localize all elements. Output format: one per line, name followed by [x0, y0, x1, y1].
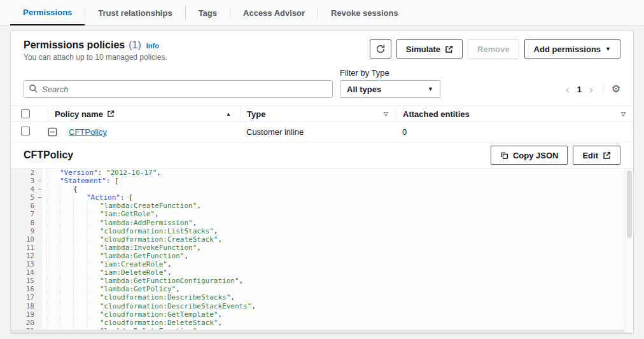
external-link-icon: [107, 110, 115, 118]
indent-guide: [46, 268, 60, 277]
indent-guide: [60, 235, 73, 244]
horizontal-scrollbar[interactable]: [11, 329, 625, 333]
tab-trust-relationships[interactable]: Trust relationships: [85, 0, 185, 25]
vertical-scrollbar[interactable]: [625, 169, 633, 329]
info-link[interactable]: Info: [146, 42, 159, 50]
column-header-attached-entities[interactable]: Attached entities ▽: [396, 106, 633, 121]
attached-entities-cell: 0: [396, 127, 633, 137]
scrollbar-thumb[interactable]: [627, 170, 632, 238]
select-all-checkbox[interactable]: [21, 109, 30, 118]
sort-ascending-icon[interactable]: ▲: [226, 111, 231, 117]
column-filter-icon[interactable]: ▽: [621, 111, 626, 117]
code-token: ,: [251, 302, 256, 310]
indent-guide: [60, 319, 73, 327]
code-token: ,: [197, 244, 201, 252]
line-number: 20: [11, 319, 43, 327]
collapse-row-icon[interactable]: [48, 127, 57, 137]
copy-json-label: Copy JSON: [513, 151, 559, 160]
panel-actions: Simulate Remove Add permissions ▼: [370, 39, 620, 62]
indent-guide: [73, 310, 87, 319]
external-link-icon: [603, 151, 611, 160]
tab-tags[interactable]: Tags: [186, 0, 230, 25]
policy-json-editor[interactable]: 2"Version": "2012-10-17",3−"Statement": …: [11, 168, 633, 333]
line-number: 11: [11, 244, 43, 252]
line-number: 2: [11, 169, 43, 177]
code-token: "Action": [87, 193, 120, 202]
line-number: 15: [11, 277, 43, 285]
fold-toggle-icon[interactable]: −: [38, 185, 41, 193]
next-page-button[interactable]: ›: [587, 84, 596, 95]
code-token: "cloudformation:DescribeStackEvents": [100, 302, 251, 310]
type-select[interactable]: All types ▼: [340, 80, 440, 98]
remove-button[interactable]: Remove: [468, 39, 519, 59]
add-permissions-button[interactable]: Add permissions ▼: [524, 39, 620, 59]
code-line: 5−"Action": [: [11, 193, 625, 202]
row-checkbox[interactable]: [21, 127, 30, 135]
code-line: 20"cloudformation:DeleteStack",: [11, 319, 625, 327]
panel-subtitle: You can attach up to 10 managed policies…: [24, 53, 167, 62]
code-text: "iam:GetRole",: [43, 210, 159, 218]
indent-guide: [46, 302, 60, 310]
line-number: 16: [11, 285, 43, 293]
type-select-value: All types: [347, 85, 381, 94]
tab-revoke-sessions[interactable]: Revoke sessions: [318, 0, 411, 25]
current-page[interactable]: 1: [575, 85, 584, 94]
indent-guide: [60, 210, 73, 218]
indent-guide: [46, 169, 60, 177]
indent-guide: [46, 285, 60, 293]
code-token: ,: [193, 219, 197, 227]
code-token: "Statement": [60, 177, 106, 185]
indent-guide: [73, 219, 87, 227]
indent-guide: [60, 302, 73, 310]
search-input[interactable]: [24, 80, 333, 98]
code-token: "lambda:GetFunction": [100, 252, 184, 260]
code-text: "lambda:GetFunction",: [43, 252, 188, 260]
tab-permissions[interactable]: Permissions: [10, 0, 85, 25]
select-all-header: [11, 106, 48, 121]
code-line: 3−"Statement": [: [11, 177, 625, 185]
indent-guide: [87, 252, 100, 260]
code-token: "iam:DeleteRole": [100, 268, 167, 277]
panel-title: Permissions policies: [24, 39, 125, 51]
indent-guide: [60, 193, 73, 202]
code-token: "iam:GetRole": [100, 210, 155, 218]
indent-guide: [60, 268, 73, 277]
indent-guide: [73, 260, 87, 268]
previous-page-button[interactable]: ‹: [563, 84, 572, 95]
column-header-policy-name[interactable]: Policy name ▲: [48, 106, 240, 121]
indent-guide: [46, 227, 60, 235]
external-link-icon: [445, 45, 453, 53]
policy-detail-header: CFTPolicy Copy JSON Edit: [11, 142, 633, 168]
row-select-cell: [11, 127, 48, 137]
code-line: 10"cloudformation:CreateStack",: [11, 235, 625, 244]
column-filter-icon[interactable]: ▽: [384, 111, 388, 117]
indent-guide: [60, 277, 73, 285]
tab-label: Revoke sessions: [331, 8, 398, 18]
column-label: Attached entities: [403, 109, 470, 119]
code-line: 9"cloudformation:ListStacks",: [11, 227, 625, 235]
column-header-type[interactable]: Type ▽: [240, 106, 396, 121]
tab-access-advisor[interactable]: Access Advisor: [230, 0, 318, 25]
fold-toggle-icon[interactable]: −: [38, 193, 41, 202]
copy-json-button[interactable]: Copy JSON: [491, 146, 568, 165]
indent-guide: [46, 277, 60, 285]
indent-guide: [46, 252, 60, 260]
code-token: :: [98, 169, 106, 177]
policy-detail-title: CFTPolicy: [24, 149, 73, 161]
policy-name-link[interactable]: CFTPolicy: [69, 127, 107, 137]
fold-toggle-icon[interactable]: −: [38, 177, 41, 185]
indent-guide: [60, 219, 73, 227]
edit-button[interactable]: Edit: [573, 146, 620, 165]
indent-guide: [73, 193, 87, 202]
refresh-button[interactable]: [370, 39, 391, 59]
code-text: "iam:DeleteRole",: [43, 268, 172, 277]
code-token: ,: [239, 277, 244, 285]
indent-guide: [60, 252, 73, 260]
tab-label: Tags: [199, 8, 217, 18]
simulate-button[interactable]: Simulate: [396, 39, 463, 59]
settings-gear-icon[interactable]: ⚙: [612, 84, 620, 94]
line-number: 9: [11, 227, 43, 235]
code-token: ,: [184, 252, 188, 260]
refresh-icon: [375, 44, 386, 54]
code-text: "Statement": [: [43, 177, 119, 185]
